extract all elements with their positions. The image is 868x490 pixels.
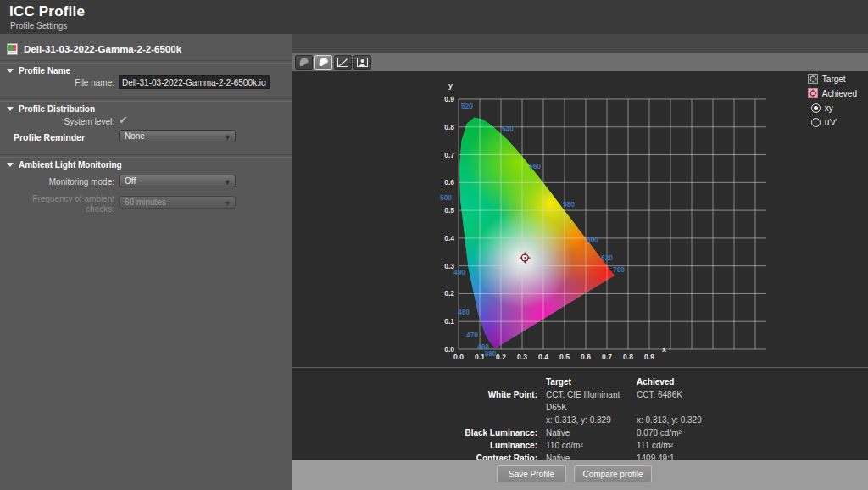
svg-text:490: 490 bbox=[453, 268, 465, 276]
collapse-triangle-icon bbox=[7, 163, 14, 167]
spectral-locus-fill bbox=[358, 71, 670, 367]
system-level-checkbox[interactable]: ✔ bbox=[119, 114, 128, 125]
target-value: CCT: CIE Illuminant D65K bbox=[546, 388, 628, 414]
svg-text:0.4: 0.4 bbox=[538, 353, 548, 361]
svg-text:y: y bbox=[448, 81, 453, 90]
icc-profile-window: ICC Profile Profile Settings Dell-31-03-… bbox=[0, 0, 868, 490]
achieved-value: x: 0.313, y: 0.329 bbox=[637, 414, 868, 426]
svg-text:0.7: 0.7 bbox=[602, 353, 612, 361]
svg-text:0.2: 0.2 bbox=[444, 289, 454, 298]
footer-bar: Save Profile Compare profile bbox=[292, 460, 868, 490]
achieved-value: CCT: 6486K bbox=[637, 388, 868, 414]
file-name-input[interactable] bbox=[119, 75, 270, 89]
svg-text:0.5: 0.5 bbox=[444, 206, 454, 214]
svg-text:580: 580 bbox=[563, 200, 575, 209]
svg-text:480: 480 bbox=[458, 308, 470, 316]
svg-text:0.9: 0.9 bbox=[644, 353, 654, 361]
xy-radio-label: xy bbox=[825, 103, 833, 113]
page-header: ICC Profile Profile Settings bbox=[0, 0, 868, 34]
chevron-down-icon: ▼ bbox=[224, 178, 231, 187]
panel-top-strip bbox=[292, 34, 868, 53]
legend-achieved-label: Achieved bbox=[822, 89, 857, 98]
svg-text:0.3: 0.3 bbox=[517, 353, 527, 361]
separator bbox=[0, 154, 292, 158]
svg-text:560: 560 bbox=[529, 162, 541, 170]
achieved-value: 111 cd/m² bbox=[637, 439, 868, 452]
section-title: Ambient Light Monitoring bbox=[19, 160, 122, 170]
uv-radio[interactable] bbox=[811, 118, 821, 127]
row-label: Luminance: bbox=[292, 439, 537, 452]
svg-text:520: 520 bbox=[461, 102, 473, 110]
svg-text:380: 380 bbox=[484, 349, 496, 358]
tone-curve-icon[interactable] bbox=[334, 55, 352, 70]
section-profile-distribution[interactable]: Profile Distribution bbox=[7, 104, 95, 114]
target-marker-icon bbox=[808, 74, 818, 84]
chevron-down-icon: ▼ bbox=[224, 133, 231, 142]
svg-text:0.7: 0.7 bbox=[444, 151, 454, 159]
monitoring-mode-label: Monitoring mode: bbox=[0, 177, 114, 187]
svg-text:0.2: 0.2 bbox=[496, 353, 506, 361]
section-ambient-light[interactable]: Ambient Light Monitoring bbox=[7, 160, 122, 170]
achieved-value: Achieved bbox=[637, 376, 868, 388]
svg-text:0.6: 0.6 bbox=[581, 353, 591, 361]
chromaticity-chart: 0.00.10.20.30.40.50.60.70.80.90.00.10.20… bbox=[292, 71, 868, 367]
svg-text:0.5: 0.5 bbox=[559, 353, 570, 361]
separator bbox=[0, 98, 292, 102]
results-header-row: TargetAchieved bbox=[292, 376, 868, 388]
monitoring-mode-dropdown[interactable]: Off ▼ bbox=[119, 175, 236, 187]
collapse-triangle-icon bbox=[7, 69, 14, 73]
results-row: Black Luminance:Native0.078 cd/m² bbox=[292, 426, 868, 439]
target-value: x: 0.313, y: 0.329 bbox=[546, 414, 628, 426]
results-row: x: 0.313, y: 0.329x: 0.313, y: 0.329 bbox=[292, 414, 868, 426]
xy-radio[interactable] bbox=[811, 103, 821, 113]
target-value: 110 cd/m² bbox=[546, 439, 628, 452]
svg-text:700: 700 bbox=[613, 265, 625, 274]
achieved-marker-icon bbox=[808, 88, 818, 98]
results-row: Luminance:110 cd/m²111 cd/m² bbox=[292, 439, 868, 452]
row-label bbox=[292, 414, 537, 426]
compare-profile-button[interactable]: Compare profile bbox=[574, 465, 652, 482]
page-subtitle: Profile Settings bbox=[10, 21, 67, 31]
svg-text:0.8: 0.8 bbox=[444, 123, 454, 131]
test-image-icon[interactable] bbox=[353, 55, 371, 70]
profile-title: Dell-31-03-2022-Gamma-2-2-6500k bbox=[24, 44, 181, 54]
radio-row-uv: u'v' bbox=[811, 116, 857, 128]
svg-text:470: 470 bbox=[466, 331, 478, 339]
results-row: White Point:CCT: CIE Illuminant D65KCCT:… bbox=[292, 388, 868, 414]
save-profile-button[interactable]: Save Profile bbox=[497, 465, 566, 482]
legend-target: Target bbox=[808, 73, 857, 85]
profile-title-row: Dell-31-03-2022-Gamma-2-2-6500k bbox=[7, 42, 181, 56]
page-title: ICC Profile bbox=[9, 3, 85, 20]
collapse-triangle-icon bbox=[7, 107, 14, 111]
svg-text:x: x bbox=[662, 345, 666, 354]
gamut-filled-icon[interactable] bbox=[314, 55, 332, 70]
results-section: TargetAchievedWhite Point:CCT: CIE Illum… bbox=[292, 367, 868, 460]
legend-target-label: Target bbox=[822, 75, 846, 84]
frequency-label: Frequency of ambient checks: bbox=[0, 194, 114, 214]
row-label: Black Luminance: bbox=[292, 426, 537, 439]
chevron-down-icon: ▼ bbox=[224, 199, 231, 208]
svg-text:0.0: 0.0 bbox=[444, 345, 454, 354]
svg-text:620: 620 bbox=[601, 253, 613, 262]
achieved-value: 0.078 cd/m² bbox=[637, 426, 868, 439]
section-title: Profile Name bbox=[19, 66, 70, 75]
svg-text:0.8: 0.8 bbox=[623, 353, 633, 361]
uv-radio-label: u'v' bbox=[825, 118, 837, 127]
legend-achieved: Achieved bbox=[808, 87, 857, 99]
system-level-label: System level: bbox=[0, 117, 114, 127]
gamut-outline-icon[interactable] bbox=[295, 55, 313, 70]
svg-text:0.0: 0.0 bbox=[453, 353, 464, 361]
profile-reminder-label: Profile Reminder bbox=[14, 132, 85, 142]
svg-text:0.6: 0.6 bbox=[444, 178, 454, 187]
profile-document-icon bbox=[7, 43, 18, 55]
view-toolbar bbox=[292, 53, 868, 71]
section-profile-name[interactable]: Profile Name bbox=[7, 66, 70, 75]
svg-text:0.1: 0.1 bbox=[475, 353, 485, 361]
target-value: Target bbox=[546, 376, 628, 388]
profile-reminder-dropdown[interactable]: None ▼ bbox=[119, 130, 236, 142]
section-title: Profile Distribution bbox=[19, 104, 95, 114]
dropdown-value: 60 minutes bbox=[125, 198, 166, 207]
chart-panel: 0.00.10.20.30.40.50.60.70.80.90.00.10.20… bbox=[292, 34, 868, 490]
svg-text:540: 540 bbox=[502, 125, 514, 133]
chart-legend: Target Achieved xy u'v' bbox=[808, 73, 857, 128]
